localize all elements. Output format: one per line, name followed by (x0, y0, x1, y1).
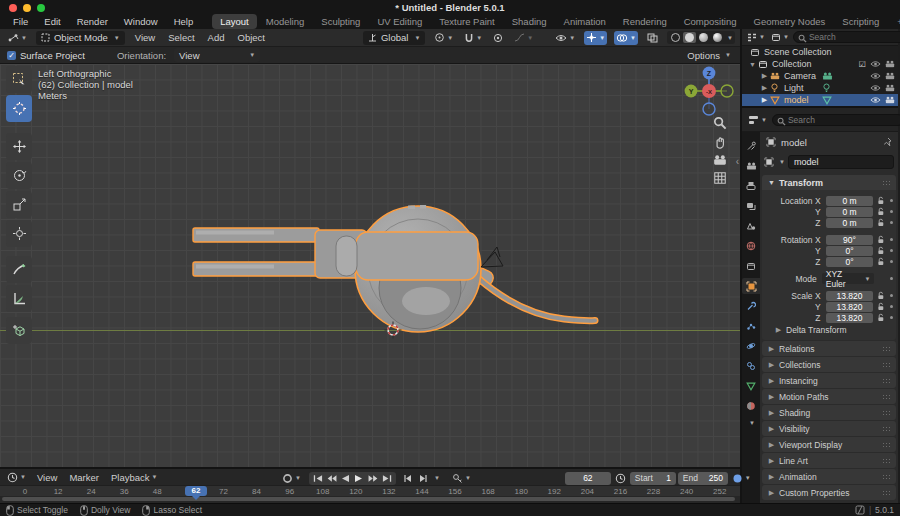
outliner-row-light[interactable]: ▶ Light (742, 82, 898, 94)
animate-dot[interactable] (890, 249, 893, 252)
frame-jump-dropdown[interactable]: ▼ (434, 475, 440, 481)
workspace-tab-modeling[interactable]: Modeling (258, 14, 313, 29)
panel-animation[interactable]: ▶Animation (762, 469, 896, 484)
outliner-collection-dropdown[interactable]: ▼ (769, 30, 791, 44)
tool-select-box[interactable] (6, 66, 32, 93)
animate-dot[interactable] (890, 316, 893, 319)
lock-icon[interactable] (877, 196, 885, 205)
step-back-button[interactable] (402, 473, 415, 484)
viewport-canvas[interactable]: Left Orthographic (62) Collection | mode… (0, 64, 740, 467)
animate-dot[interactable] (890, 199, 893, 202)
animate-dot[interactable] (890, 210, 893, 213)
step-forward-button[interactable] (417, 473, 430, 484)
location-y-field[interactable]: 0 m (826, 207, 874, 217)
location-z-field[interactable]: 0 m (826, 218, 874, 228)
outliner-row-scene-collection[interactable]: Scene Collection (742, 46, 898, 58)
toggle-ortho-grid-button[interactable] (713, 171, 727, 185)
lock-icon[interactable] (877, 257, 885, 266)
add-workspace-button[interactable]: + (889, 14, 900, 29)
menu-render[interactable]: Render (70, 15, 115, 28)
menu-help[interactable]: Help (167, 15, 201, 28)
panel-motion-paths[interactable]: ▶Motion Paths (762, 389, 896, 404)
rotation-x-field[interactable]: 90° (826, 235, 874, 245)
lock-icon[interactable] (877, 235, 885, 244)
panel-viewport-display[interactable]: ▶Viewport Display (762, 437, 896, 452)
play-reverse-button[interactable] (339, 473, 352, 484)
light-expand-arrow[interactable]: ▶ (760, 84, 769, 92)
tool-rotate[interactable] (6, 162, 32, 189)
panel-line-art[interactable]: ▶Line Art (762, 453, 896, 468)
menu-window[interactable]: Window (117, 15, 165, 28)
render-visibility-icon[interactable] (885, 84, 895, 92)
object-name-field[interactable]: model (788, 155, 894, 169)
shading-wireframe-button[interactable] (669, 32, 682, 43)
lock-icon[interactable] (877, 218, 885, 227)
viewport-menu-select[interactable]: Select (165, 32, 197, 43)
proportional-falloff-dropdown[interactable]: ▼ (512, 31, 535, 45)
tab-scene[interactable] (742, 218, 760, 234)
outliner-row-model[interactable]: ▶ model (742, 94, 898, 106)
animate-dot[interactable] (890, 294, 893, 297)
object-type-visibility-dropdown[interactable]: ▼ (553, 31, 577, 45)
snap-toggle[interactable]: ▼ (462, 31, 484, 45)
lock-icon[interactable] (877, 207, 885, 216)
scale-x-field[interactable]: 13.820 (826, 291, 874, 301)
next-keyframe-button[interactable] (367, 473, 380, 484)
render-visibility-icon[interactable] (885, 60, 895, 68)
show-gizmo-toggle[interactable]: ▼ (584, 31, 607, 45)
outliner-row-collection[interactable]: ▼ Collection ☑ (742, 58, 898, 70)
shading-solid-button[interactable] (683, 32, 696, 43)
panel-shading[interactable]: ▶Shading (762, 405, 896, 420)
hide-eye-icon[interactable] (870, 60, 881, 68)
rotation-z-field[interactable]: 0° (826, 257, 874, 267)
editor-type-dropdown[interactable]: ▼ (5, 31, 29, 45)
lock-icon[interactable] (877, 302, 885, 311)
jump-to-start-button[interactable] (311, 473, 324, 484)
workspace-tab-layout[interactable]: Layout (212, 14, 257, 29)
auto-keying-toggle[interactable]: ▼ (280, 471, 303, 485)
shading-rendered-button[interactable] (711, 32, 724, 43)
tool-scale[interactable] (6, 191, 32, 218)
camera-view-button[interactable] (713, 154, 727, 166)
pivot-point-dropdown[interactable]: ▼ (432, 31, 455, 45)
mode-dropdown[interactable]: Object Mode ▼ (36, 31, 125, 45)
viewport-menu-view[interactable]: View (132, 32, 158, 43)
timeline-sync-dropdown[interactable]: ▼ (730, 471, 753, 485)
tool-orientation-dropdown[interactable]: View ▼ (174, 48, 260, 62)
workspace-tab-rendering[interactable]: Rendering (615, 14, 675, 29)
panel-visibility[interactable]: ▶Visibility (762, 421, 896, 436)
tool-annotate[interactable] (6, 256, 32, 283)
tab-output[interactable] (742, 178, 760, 194)
outliner-row-camera[interactable]: ▶ Camera (742, 70, 898, 82)
zoom-view-button[interactable] (713, 116, 727, 130)
timeline-scrollbar[interactable] (0, 496, 740, 503)
pan-view-hand-button[interactable] (713, 135, 727, 149)
lock-icon[interactable] (877, 291, 885, 300)
tool-measure[interactable] (6, 285, 32, 312)
workspace-tab-sculpting[interactable]: Sculpting (313, 14, 368, 29)
transform-orientation-dropdown[interactable]: Global ▼ (363, 31, 425, 45)
workspace-tab-shading[interactable]: Shading (504, 14, 555, 29)
tab-material[interactable] (742, 398, 760, 414)
previous-keyframe-button[interactable] (325, 473, 338, 484)
workspace-tab-texture-paint[interactable]: Texture Paint (431, 14, 502, 29)
frame-start-field[interactable]: Start1 (630, 472, 676, 485)
workspace-tab-uv-editing[interactable]: UV Editing (369, 14, 430, 29)
scale-z-field[interactable]: 13.820 (826, 313, 874, 323)
collection-expand-arrow[interactable]: ▼ (748, 61, 757, 68)
hide-eye-icon[interactable] (870, 72, 881, 80)
breadcrumb-object-name[interactable]: model (781, 137, 807, 148)
timeline-menu-view[interactable]: View (34, 472, 60, 483)
timeline-editor-dropdown[interactable]: ▼ (5, 470, 28, 484)
workspace-tab-compositing[interactable]: Compositing (676, 14, 745, 29)
camera-expand-arrow[interactable]: ▶ (760, 72, 769, 80)
animate-dot[interactable] (890, 305, 893, 308)
timeline-ruler[interactable]: 0122436486072849610812013214415616818019… (0, 485, 740, 496)
use-preview-range-toggle[interactable] (613, 471, 628, 485)
shading-material-button[interactable] (697, 32, 710, 43)
jump-to-end-button[interactable] (381, 473, 394, 484)
animate-dot[interactable] (890, 277, 893, 280)
workspace-tab-geometry-nodes[interactable]: Geometry Nodes (746, 14, 834, 29)
tool-add-cube[interactable] (6, 317, 32, 344)
scale-y-field[interactable]: 13.820 (826, 302, 874, 312)
